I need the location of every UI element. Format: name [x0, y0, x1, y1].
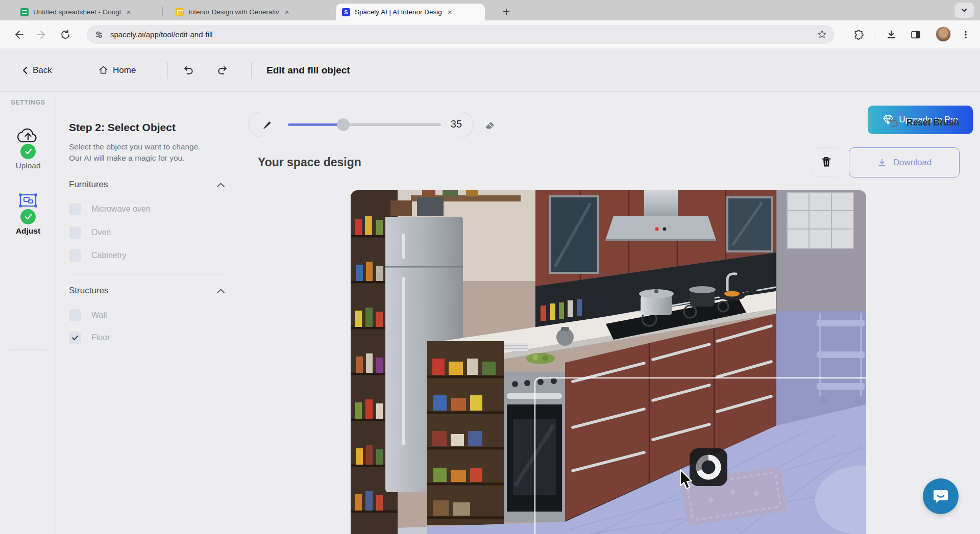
chevron-up-icon	[216, 182, 225, 188]
checkbox-label: Oven	[91, 228, 111, 237]
step-adjust[interactable]: Adjust	[0, 192, 56, 236]
google-slides-icon	[176, 8, 184, 16]
downloads-button[interactable]	[884, 28, 898, 42]
check-icon	[24, 214, 32, 220]
checkbox-row-microwave-oven[interactable]: Microwave oven	[69, 203, 151, 215]
reset-brush-label: Reset Brush	[906, 117, 959, 128]
app-header: Back Home Edit and fill object Upgrade t…	[0, 48, 980, 92]
delete-design-button[interactable]	[811, 147, 842, 177]
tab-separator	[162, 7, 163, 16]
tab-title: Interior Design with Generativ	[188, 8, 279, 16]
rail-divider	[9, 349, 47, 350]
eraser-icon	[483, 118, 497, 132]
checkbox-row-cabinetry[interactable]: Cabinetry	[69, 249, 126, 262]
upload-done-badge	[20, 144, 36, 159]
cloud-upload-icon	[16, 126, 40, 145]
kitchen-photo-scene	[351, 190, 866, 534]
furnitures-group-header[interactable]: Furnitures	[69, 180, 225, 190]
reload-button[interactable]	[58, 28, 72, 42]
tab-title: Spacely AI | AI Interior Desig	[355, 8, 442, 16]
close-icon[interactable]: ×	[126, 8, 132, 16]
extensions-button[interactable]	[851, 28, 866, 42]
home-button[interactable]: Home	[98, 48, 136, 92]
home-label: Home	[113, 65, 136, 75]
brush-toolbar: 35	[249, 112, 474, 137]
chevron-up-icon	[216, 288, 225, 294]
check-icon	[24, 148, 32, 155]
page-title: Edit and fill object	[266, 65, 350, 76]
reset-icon	[887, 116, 899, 129]
check-icon	[71, 335, 79, 341]
storage-rack	[427, 341, 504, 525]
checkbox-label: Microwave oven	[91, 205, 151, 214]
structures-group-header[interactable]: Structures	[69, 286, 225, 296]
checkbox-row-floor[interactable]: Floor	[69, 332, 110, 344]
checkbox-label: Floor	[91, 333, 110, 342]
panel-divider	[69, 358, 226, 358]
close-icon[interactable]: ×	[284, 8, 290, 16]
toolbar-separator	[874, 29, 874, 41]
chat-support-button[interactable]	[923, 478, 959, 514]
furnitures-label: Furnitures	[69, 180, 108, 190]
reload-icon	[60, 29, 71, 40]
back-button[interactable]: Back	[21, 48, 52, 92]
checkbox-row-oven[interactable]: Oven	[69, 226, 111, 239]
forward-nav-button[interactable]	[35, 28, 49, 42]
tab-search-chevron-button[interactable]	[954, 3, 974, 18]
panel-divider	[69, 274, 226, 275]
design-section-title: Your space design	[258, 156, 361, 169]
tab-spacely-active[interactable]: S Spacely AI | AI Interior Desig ×	[336, 4, 485, 20]
design-image-canvas[interactable]	[351, 190, 866, 534]
back-label: Back	[33, 65, 52, 75]
checkbox-row-wall[interactable]: Wall	[69, 309, 107, 321]
settings-rail: SETTINGS Upload Adjust	[0, 92, 56, 534]
tab-separator	[327, 7, 327, 16]
brush-size-slider[interactable]	[288, 123, 441, 126]
redo-button[interactable]	[216, 48, 228, 92]
checkbox[interactable]	[69, 249, 81, 262]
slider-thumb[interactable]	[337, 118, 350, 131]
screen: Untitled spreadsheet - Googl × Interior …	[0, 0, 980, 534]
page-title-wrap: Edit and fill object	[266, 48, 350, 92]
new-tab-button[interactable]	[499, 5, 513, 19]
header-divider	[167, 62, 168, 79]
checkbox-label: Wall	[91, 311, 107, 320]
arrow-right-icon	[36, 29, 47, 40]
step-upload[interactable]: Upload	[0, 126, 56, 170]
url-bar[interactable]: spacely.ai/app/tool/edit-and-fill	[87, 25, 835, 44]
arrow-left-icon	[13, 29, 24, 40]
brush-icon[interactable]	[259, 118, 273, 132]
tab-interior-design[interactable]: Interior Design with Generativ ×	[169, 4, 306, 20]
checkbox[interactable]	[69, 309, 81, 321]
trash-icon	[820, 156, 832, 169]
header-divider	[83, 62, 83, 79]
eraser-button[interactable]	[482, 117, 498, 133]
split-view-button[interactable]	[909, 28, 923, 42]
url-text: spacely.ai/app/tool/edit-and-fill	[110, 30, 811, 39]
rail-heading: SETTINGS	[0, 99, 56, 106]
back-nav-button[interactable]	[11, 28, 26, 42]
tab-google-sheets[interactable]: Untitled spreadsheet - Googl ×	[14, 4, 148, 20]
kebab-menu-icon	[961, 30, 970, 39]
google-sheets-icon	[20, 8, 29, 16]
download-button[interactable]: Download	[849, 147, 960, 177]
checkbox[interactable]	[69, 226, 81, 239]
site-info-icon[interactable]	[94, 30, 104, 40]
plus-icon	[502, 8, 510, 16]
description-line2: Our AI will make a magic for you.	[69, 154, 185, 162]
browser-menu-button[interactable]	[959, 28, 973, 42]
undo-icon	[183, 64, 194, 76]
redo-icon	[216, 64, 228, 76]
browser-toolbar: spacely.ai/app/tool/edit-and-fill	[0, 20, 980, 48]
chat-icon	[932, 488, 949, 504]
bookmark-star-icon[interactable]	[817, 29, 827, 40]
checkbox[interactable]	[69, 332, 81, 344]
adjust-done-badge	[20, 209, 36, 224]
panel-title: Step 2: Select Object	[69, 121, 176, 134]
chevron-left-icon	[21, 66, 29, 75]
close-icon[interactable]: ×	[447, 8, 453, 16]
checkbox[interactable]	[69, 203, 81, 215]
undo-button[interactable]	[183, 48, 194, 92]
profile-avatar[interactable]	[936, 27, 951, 42]
reset-brush-button[interactable]: Reset Brush	[887, 116, 959, 129]
